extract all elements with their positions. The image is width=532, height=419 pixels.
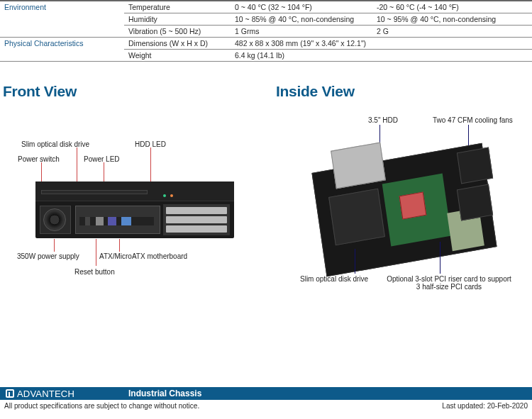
humidity-operating: 10 ~ 85% @ 40 °C, non-condensing [231, 13, 372, 26]
inside-view-title: Inside View [276, 83, 532, 100]
footer-updated: Last updated: 20-Feb-2020 [442, 402, 528, 410]
weight-label: Weight [124, 50, 231, 62]
callout-motherboard: ATX/MicroATX motherboard [99, 252, 187, 260]
brand-icon [6, 389, 14, 398]
temp-label: Temperature [124, 1, 231, 13]
dimensions-value: 482 x 88 x 308 mm (19" x 3.46" x 12.1") [231, 38, 532, 50]
callout-hdd: 3.5" HDD [368, 116, 398, 124]
callout-riser: Optional 3-slot PCI riser card to suppor… [385, 275, 513, 291]
callout-power-switch: Power switch [18, 155, 60, 163]
chassis-inside-image [319, 143, 504, 270]
temp-operating: 0 ~ 40 °C (32 ~ 104 °F) [231, 1, 372, 13]
brand-text: ADVANTECH [17, 389, 74, 399]
vibration-operating: 1 Grms [231, 26, 372, 38]
lead-line [54, 239, 55, 252]
chassis-front-image [35, 181, 234, 238]
env-category: Environment [0, 1, 124, 38]
spec-table: Environment Temperature 0 ~ 40 °C (32 ~ … [0, 0, 532, 62]
lead-line [119, 239, 120, 252]
dimensions-label: Dimensions (W x H x D) [124, 38, 231, 50]
front-view-title: Front View [3, 83, 259, 100]
vibration-nonoperating: 2 G [372, 26, 532, 38]
inside-view: Inside View 3.5" HDD Two 47 CFM cooling … [273, 76, 532, 295]
humidity-nonoperating: 10 ~ 95% @ 40 °C, non-condensing [372, 13, 532, 26]
callout-power-led: Power LED [84, 155, 120, 163]
callout-reset: Reset button [74, 268, 115, 276]
lead-line [96, 239, 96, 266]
callout-slim-optical: Slim optical disk drive [21, 140, 89, 148]
lead-line [355, 249, 355, 274]
callout-psu: 350W power supply [17, 252, 79, 260]
weight-value: 6.4 kg (14.1 lb) [231, 50, 532, 62]
footer-notice: All product specifications are subject t… [4, 402, 199, 410]
vibration-label: Vibration (5 ~ 500 Hz) [124, 26, 231, 38]
brand-logo: ADVANTECH [0, 389, 84, 399]
callout-inside-optical: Slim optical disk drive [300, 275, 368, 283]
temp-nonoperating: -20 ~ 60 °C (-4 ~ 140 °F) [372, 1, 532, 13]
callout-fans: Two 47 CFM cooling fans [433, 116, 513, 124]
category-tag: Industrial Chassis [117, 387, 209, 400]
front-view: Front View Slim optical disk drive HDD L… [0, 76, 259, 295]
physical-category: Physical Characteristics [0, 38, 124, 62]
humidity-label: Humidity [124, 13, 231, 26]
lead-line [440, 242, 440, 274]
page-footer: ADVANTECH Industrial Chassis All product… [0, 387, 532, 412]
